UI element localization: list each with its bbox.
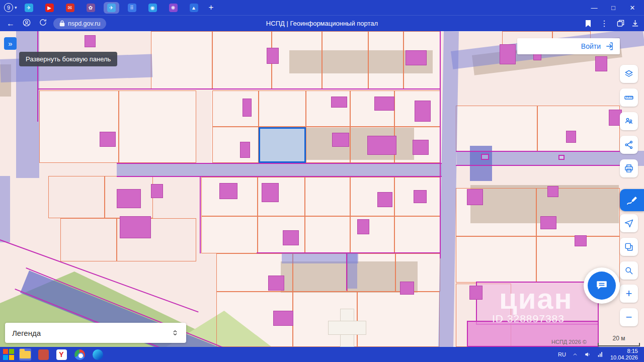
tab-youtube[interactable]: ▶: [42, 2, 57, 14]
building: [100, 132, 116, 147]
boundary-line: [440, 31, 441, 258]
building-complex: [476, 282, 599, 325]
road-segment: [0, 176, 10, 242]
building: [540, 216, 556, 229]
tab-stream[interactable]: ▲: [186, 2, 202, 14]
print-button[interactable]: [620, 159, 638, 177]
sidebar-expand-button[interactable]: »: [4, 37, 17, 50]
cadastral-parcel: [394, 216, 440, 253]
users-button[interactable]: [620, 112, 638, 130]
tab-panel-icon[interactable]: [617, 20, 624, 27]
tab-telegram-favicon: ✈: [25, 4, 33, 12]
print-icon: [624, 163, 634, 173]
zoom-in-button[interactable]: +: [620, 285, 638, 303]
login-label: Войти: [581, 42, 601, 50]
tab-drop[interactable]: ◉: [145, 2, 160, 14]
legend-label: Легенда: [12, 329, 41, 337]
login-button[interactable]: Войти: [517, 38, 620, 54]
tab-flower[interactable]: ✿: [83, 2, 99, 14]
boundary-line: [200, 177, 201, 253]
boundary-line: [38, 88, 440, 89]
boundary-line: [456, 151, 620, 152]
url-text: nspd.gov.ru: [68, 20, 100, 27]
tab-telegram[interactable]: ✈: [21, 2, 37, 14]
back-icon[interactable]: ←: [5, 19, 16, 28]
window-close-button[interactable]: ✕: [625, 4, 640, 12]
share-button[interactable]: [620, 136, 638, 154]
selected-parcel[interactable]: [259, 127, 306, 163]
tab-active-page[interactable]: ✈: [104, 2, 119, 14]
taskbar-yandex-icon: Y: [56, 349, 67, 360]
profile-icon[interactable]: [21, 18, 32, 29]
legend-panel-toggle[interactable]: Легенда: [5, 323, 186, 343]
taskbar-yandex[interactable]: Y: [55, 348, 67, 360]
building: [500, 44, 516, 64]
draw-pencil-icon: [626, 194, 638, 206]
zoom-out-button[interactable]: −: [620, 308, 638, 326]
taskbar-edge[interactable]: [92, 348, 104, 360]
new-tab-button[interactable]: +: [206, 3, 217, 13]
window-minimize-button[interactable]: —: [587, 4, 602, 12]
locate-button[interactable]: [620, 214, 638, 232]
screenshot-frame-button[interactable]: [620, 238, 638, 256]
reload-icon[interactable]: [37, 18, 48, 29]
chat-bubble-icon: [595, 279, 608, 292]
building-complex: [467, 321, 599, 347]
building: [332, 133, 349, 147]
map-canvas[interactable]: » Развернуть боковую панель Войти: [0, 31, 644, 347]
ruler-button[interactable]: [620, 88, 638, 107]
ruler-icon: [624, 93, 634, 103]
cadastral-parcel: [212, 127, 259, 163]
kebab-menu-icon[interactable]: ⋮: [599, 19, 610, 28]
building: [415, 101, 431, 122]
tab-mail[interactable]: ✉: [62, 2, 78, 14]
tab-counter-button[interactable]: 9 ▾: [4, 3, 17, 12]
tab-services[interactable]: ⠿: [124, 2, 140, 14]
tab-active-page-favicon: ✈: [107, 4, 116, 12]
taskbar-folder[interactable]: [19, 348, 31, 360]
url-field[interactable]: nspd.gov.ru: [53, 18, 106, 29]
bookmark-flag-icon[interactable]: [585, 20, 592, 28]
building: [414, 190, 427, 203]
search-icon: [624, 265, 634, 276]
chevron-up-down-icon: [171, 328, 179, 337]
cadastral-parcel: [456, 236, 536, 283]
white-building: [328, 321, 366, 335]
tab-youtube-favicon: ▶: [45, 4, 54, 12]
tab-mail-favicon: ✉: [66, 4, 74, 12]
tab-strip: ✈▶✉✿✈⠿◉❋▲: [21, 2, 202, 14]
tray-chevron-icon[interactable]: [572, 351, 578, 357]
boundary-line: [456, 165, 620, 166]
building: [243, 99, 252, 117]
tab-grapes[interactable]: ❋: [166, 2, 181, 14]
layers-button[interactable]: [620, 65, 638, 83]
cadastral-parcel: [537, 106, 620, 152]
cadastral-parcel: [306, 90, 350, 127]
share-icon: [624, 140, 634, 150]
draw-tool-button-active[interactable]: [620, 189, 644, 211]
building: [262, 183, 279, 202]
cadastral-parcel: [39, 90, 119, 163]
chat-button[interactable]: [584, 267, 620, 304]
network-icon[interactable]: [597, 351, 604, 358]
language-indicator[interactable]: RU: [558, 351, 566, 357]
taskbar-clock[interactable]: 8:15 10.04.2026: [610, 348, 641, 361]
start-button[interactable]: [3, 349, 14, 360]
downloads-icon[interactable]: [631, 20, 639, 27]
lock-icon: [59, 20, 65, 27]
window-restore-button[interactable]: □: [606, 4, 621, 12]
building: [240, 142, 250, 158]
cadastral-parcel: [357, 292, 440, 347]
taskbar-chrome[interactable]: [73, 348, 86, 360]
building: [267, 48, 279, 64]
taskbar-app-red[interactable]: [37, 348, 49, 360]
tab-services-favicon: ⠿: [128, 4, 136, 12]
building: [547, 186, 558, 197]
taskbar-app-red-icon: [38, 349, 49, 360]
building: [374, 97, 394, 111]
layers-icon: [624, 69, 634, 79]
speaker-icon[interactable]: [584, 351, 591, 358]
location-arrow-icon: [624, 218, 634, 228]
cadastral-parcel: [48, 176, 105, 218]
search-area-button[interactable]: [620, 261, 638, 280]
